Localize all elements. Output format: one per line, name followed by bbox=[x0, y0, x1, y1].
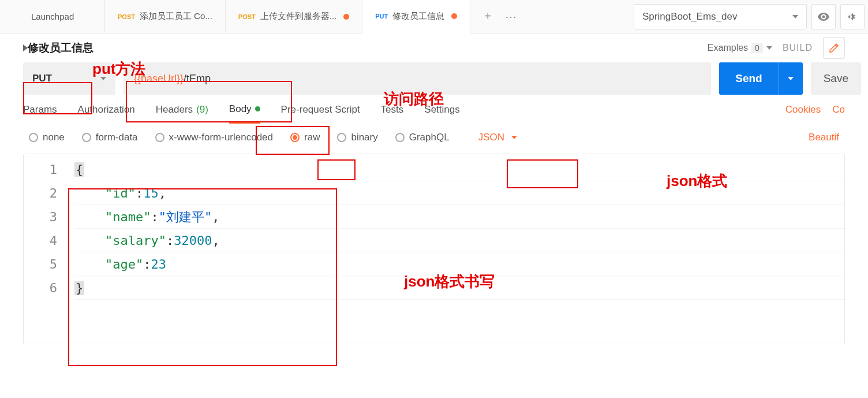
code-content[interactable]: { "id":15, "name":"刘建平", "salary":32000,… bbox=[69, 154, 844, 344]
env-quicklook-button[interactable] bbox=[811, 4, 836, 29]
http-method: POST bbox=[118, 13, 135, 20]
radio-icon bbox=[155, 133, 164, 142]
method-label: PUT bbox=[32, 73, 52, 84]
http-method: POST bbox=[238, 13, 256, 20]
gear-icon bbox=[848, 12, 857, 21]
url-variable: {{baseUrl}} bbox=[134, 73, 184, 85]
unsaved-icon bbox=[451, 13, 457, 19]
request-name: 修改员工信息 bbox=[28, 40, 93, 55]
line-gutter: 1 2 3 4 5 6 bbox=[24, 154, 69, 344]
tab-actions: + ⋯ bbox=[470, 0, 528, 33]
request-tabs: Params Authorization Headers (9) Body Pr… bbox=[0, 95, 868, 125]
pencil-icon bbox=[829, 43, 839, 53]
save-button[interactable]: Save bbox=[811, 62, 861, 95]
tab-headers[interactable]: Headers (9) bbox=[156, 97, 208, 122]
body-indicator-icon bbox=[255, 106, 260, 111]
eye-icon bbox=[818, 13, 829, 21]
request-header: 修改员工信息 Examples 0 BUILD bbox=[0, 34, 868, 62]
radio-icon bbox=[337, 133, 346, 142]
tab-upload[interactable]: POST 上传文件到服务器... bbox=[226, 0, 362, 33]
radio-xwww[interactable]: x-www-form-urlencoded bbox=[155, 132, 273, 143]
http-method-select[interactable]: PUT bbox=[23, 62, 115, 95]
tab-label: 添加员工员工 Co... bbox=[140, 11, 212, 22]
unsaved-icon bbox=[343, 14, 349, 20]
beautify-button[interactable]: Beautif bbox=[809, 132, 839, 143]
radio-raw[interactable]: raw bbox=[290, 132, 320, 143]
comment-button[interactable] bbox=[823, 37, 845, 59]
radio-icon bbox=[29, 133, 38, 142]
examples-count: 0 bbox=[751, 43, 763, 53]
tab-settings[interactable]: Settings bbox=[424, 97, 459, 122]
url-input[interactable]: {{baseUrl}}/tEmp bbox=[124, 62, 711, 95]
radio-none[interactable]: none bbox=[29, 132, 65, 143]
http-method: PUT bbox=[375, 13, 388, 20]
send-options-button[interactable] bbox=[779, 62, 803, 95]
body-editor[interactable]: 1 2 3 4 5 6 { "id":15, "name":"刘建平", "sa… bbox=[23, 154, 845, 344]
tab-launchpad[interactable]: Launchpad bbox=[18, 0, 105, 33]
examples-button[interactable]: Examples 0 bbox=[708, 43, 772, 53]
tab-modify-emp[interactable]: PUT 修改员工信息 bbox=[362, 0, 470, 34]
chevron-down-icon bbox=[511, 136, 517, 139]
radio-icon bbox=[395, 133, 405, 142]
tab-params[interactable]: Params bbox=[23, 97, 57, 122]
body-language-select[interactable]: JSON bbox=[478, 132, 517, 143]
tab-prerequest[interactable]: Pre-request Script bbox=[281, 97, 360, 122]
chevron-down-icon bbox=[100, 77, 106, 80]
tab-body[interactable]: Body bbox=[229, 96, 260, 124]
tab-label: 修改员工信息 bbox=[392, 11, 444, 22]
radio-binary[interactable]: binary bbox=[337, 132, 377, 143]
env-name: SpringBoot_Ems_dev bbox=[642, 11, 737, 23]
tab-label: 上传文件到服务器... bbox=[260, 11, 337, 22]
send-button[interactable]: Send bbox=[719, 62, 778, 95]
chevron-down-icon bbox=[788, 77, 794, 80]
url-path: /tEmp bbox=[184, 73, 211, 85]
url-bar: PUT {{baseUrl}}/tEmp Send Save bbox=[23, 62, 861, 95]
tab-authorization[interactable]: Authorization bbox=[78, 97, 135, 122]
cookies-link[interactable]: Cookies bbox=[785, 104, 821, 116]
env-area: SpringBoot_Ems_dev bbox=[634, 0, 868, 33]
chevron-down-icon bbox=[766, 46, 772, 50]
radio-formdata[interactable]: form-data bbox=[82, 132, 138, 143]
environment-select[interactable]: SpringBoot_Ems_dev bbox=[634, 4, 807, 29]
tab-tests[interactable]: Tests bbox=[381, 97, 404, 122]
radio-icon bbox=[290, 133, 300, 142]
code-link[interactable]: Co bbox=[832, 104, 845, 116]
chevron-down-icon bbox=[792, 15, 798, 18]
build-button[interactable]: BUILD bbox=[783, 43, 813, 53]
radio-graphql[interactable]: GraphQL bbox=[395, 132, 450, 143]
headers-count: (9) bbox=[196, 104, 208, 116]
env-settings-button[interactable] bbox=[840, 4, 865, 29]
body-type-radios: none form-data x-www-form-urlencoded raw… bbox=[0, 125, 868, 150]
tab-label: Launchpad bbox=[31, 12, 74, 21]
tab-menu-button[interactable]: ⋯ bbox=[499, 5, 522, 28]
tab-bar: Launchpad POST 添加员工员工 Co... POST 上传文件到服务… bbox=[0, 0, 868, 34]
new-tab-button[interactable]: + bbox=[476, 5, 499, 28]
tab-add-emp[interactable]: POST 添加员工员工 Co... bbox=[105, 0, 226, 33]
caret-right-icon[interactable] bbox=[23, 44, 28, 51]
radio-icon bbox=[82, 133, 91, 142]
